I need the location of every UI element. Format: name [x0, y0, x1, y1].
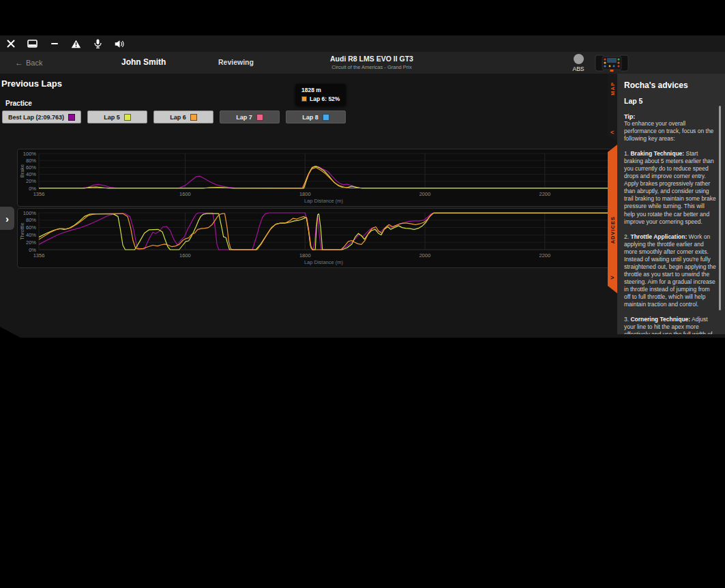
left-panel-toggle[interactable]: › — [0, 207, 14, 230]
svg-text:Lap Distance (m): Lap Distance (m) — [304, 198, 344, 204]
svg-text:Lap Distance (m): Lap Distance (m) — [304, 259, 344, 265]
close-icon[interactable] — [5, 39, 16, 49]
abs-light-icon — [574, 54, 584, 64]
lap-button-label: Best Lap (2:09.763) — [8, 114, 64, 121]
lap-button[interactable]: Best Lap (2:09.763) — [2, 111, 81, 123]
svg-text:40%: 40% — [26, 232, 36, 238]
tooltip-distance: 1828 m — [301, 87, 340, 93]
tab-map-label: MAP — [610, 82, 616, 95]
chevron-right-icon: > — [610, 274, 614, 281]
lap-color-swatch — [124, 114, 131, 121]
svg-text:40%: 40% — [26, 171, 36, 177]
svg-text:1356: 1356 — [33, 252, 45, 259]
svg-text:80%: 80% — [26, 217, 36, 223]
back-arrow-icon: ← — [15, 58, 23, 68]
throttle-chart-svg: 0%20%40%60%80%100%13561600180020002200Th… — [18, 209, 612, 267]
svg-text:2000: 2000 — [419, 252, 431, 259]
advice-title: Throttle Application: — [630, 233, 687, 240]
tab-advices[interactable]: ADVICES > — [608, 145, 617, 293]
svg-text:1600: 1600 — [179, 252, 191, 259]
sidebar-lap: Lap 5 — [624, 97, 717, 105]
svg-text:1356: 1356 — [33, 191, 45, 197]
abs-indicator: ABS — [569, 54, 588, 72]
advices-sidebar: Rocha's advices Lap 5 Tip: To enhance yo… — [617, 74, 725, 334]
svg-text:2200: 2200 — [539, 191, 550, 197]
car-info: Audi R8 LMS EVO II GT3 Circuit of the Am… — [286, 55, 457, 70]
track-subtitle: Circuit of the Americas - Grand Prix — [286, 64, 457, 70]
svg-text:100%: 100% — [23, 210, 37, 216]
svg-text:2000: 2000 — [419, 191, 431, 197]
lap-button-label: Lap 6 — [170, 114, 186, 121]
svg-text:60%: 60% — [26, 224, 36, 231]
tab-map[interactable]: MAP < — [608, 74, 617, 141]
svg-text:20%: 20% — [26, 239, 36, 246]
tooltip-rows: Lap 6: 52% — [301, 95, 340, 102]
tab-advices-label: ADVICES — [610, 216, 616, 244]
lap-button[interactable]: Lap 8 — [286, 111, 346, 123]
lap-button-label: Lap 8 — [302, 114, 319, 121]
car-title: Audi R8 LMS EVO II GT3 — [286, 55, 457, 63]
chevron-right-icon: › — [5, 213, 9, 224]
tip-intro: To enhance your overall performance on t… — [624, 120, 717, 143]
microphone-icon[interactable] — [93, 39, 103, 49]
advice-title: Cornering Technique: — [630, 316, 690, 323]
advice-list: 1. Braking Technique: Start braking abou… — [624, 150, 717, 334]
svg-text:Throttle: Throttle — [19, 222, 25, 239]
window-bar — [0, 35, 725, 52]
session-state: Reviewing — [218, 58, 254, 66]
svg-text:60%: 60% — [26, 164, 36, 171]
svg-text:80%: 80% — [26, 158, 36, 164]
volume-icon[interactable] — [115, 39, 125, 49]
svg-text:1800: 1800 — [299, 191, 311, 197]
svg-text:100%: 100% — [23, 151, 37, 157]
tooltip-swatch — [301, 96, 307, 102]
lap-button-label: Lap 5 — [104, 114, 120, 121]
svg-text:Brake: Brake — [19, 164, 25, 178]
sidebar-tabs: MAP < ADVICES > — [608, 74, 617, 334]
lap-color-swatch — [323, 114, 329, 121]
chart-tooltip: 1828 m Lap 6: 52% — [295, 84, 346, 106]
throttle-chart[interactable]: 0%20%40%60%80%100%13561600180020002200Th… — [18, 209, 612, 267]
driver-name: John Smith — [121, 57, 166, 67]
lap-color-swatch — [68, 114, 75, 121]
lap-button[interactable]: Lap 5 — [87, 111, 147, 123]
abs-label: ABS — [569, 65, 588, 72]
tip-heading: Tip: — [624, 113, 717, 120]
advice-title: Braking Technique: — [630, 150, 684, 157]
advice-item: 2. Throttle Application: Work on applyin… — [624, 233, 717, 308]
steering-wheel-icon — [595, 53, 629, 75]
warning-icon[interactable] — [71, 39, 81, 49]
tooltip-entry: Lap 6: 52% — [301, 95, 340, 102]
series-best-lap — [39, 166, 608, 188]
advice-item: 1. Braking Technique: Start braking abou… — [624, 150, 717, 225]
brake-chart-panel: 0%20%40%60%80%100%13561600180020002200Br… — [17, 149, 612, 207]
minimize-icon[interactable] — [49, 39, 59, 49]
back-button[interactable]: ←Back — [15, 58, 42, 68]
lap-color-swatch — [256, 114, 263, 121]
brake-chart-svg: 0%20%40%60%80%100%13561600180020002200Br… — [18, 149, 612, 206]
lap-button[interactable]: Lap 6 — [153, 111, 213, 123]
tooltip-label: Lap 6: 52% — [310, 95, 340, 102]
series-lap-5 — [39, 214, 608, 250]
series-best-lap — [39, 213, 608, 250]
page-title: Previous Laps — [1, 78, 62, 89]
lap-button[interactable]: Lap 7 — [220, 111, 280, 123]
sidebar-scrollbar[interactable] — [719, 106, 721, 310]
lap-buttons: Best Lap (2:09.763)Lap 5Lap 6Lap 7Lap 8 — [2, 111, 346, 123]
svg-text:1600: 1600 — [179, 191, 191, 197]
svg-text:1800: 1800 — [299, 252, 311, 259]
sidebar-title: Rocha's advices — [624, 80, 717, 90]
maximize-icon[interactable] — [27, 39, 38, 49]
session-label: Practice — [5, 100, 32, 107]
svg-text:20%: 20% — [26, 178, 36, 184]
advice-item: 3. Cornering Technique: Adjust your line… — [624, 316, 717, 334]
svg-text:2200: 2200 — [539, 252, 550, 259]
brake-chart[interactable]: 0%20%40%60%80%100%13561600180020002200Br… — [18, 149, 612, 206]
series-lap-6 — [39, 213, 608, 250]
lap-color-swatch — [190, 114, 197, 121]
throttle-chart-panel: 0%20%40%60%80%100%13561600180020002200Th… — [17, 208, 612, 268]
lap-button-label: Lap 7 — [236, 114, 252, 121]
chevron-left-icon: < — [610, 129, 614, 136]
header: ←Back John Smith Reviewing Audi R8 LMS E… — [0, 52, 725, 74]
